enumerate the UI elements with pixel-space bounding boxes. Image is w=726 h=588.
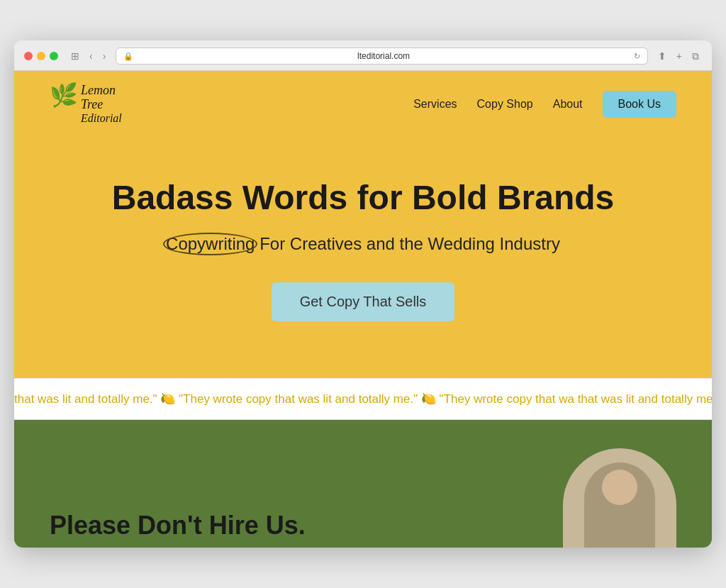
logo-leaf-icon: 🌿	[50, 84, 78, 106]
person-image	[563, 448, 676, 548]
traffic-lights	[24, 52, 58, 60]
browser-chrome: ⊞ ‹ › 🔒 ↻ ⬆ + ⧉	[14, 40, 712, 71]
cta-button[interactable]: Get Copy That Sells	[272, 282, 455, 321]
book-us-button[interactable]: Book Us	[603, 91, 676, 118]
sidebar-toggle-button[interactable]: ⊞	[68, 49, 82, 63]
hero-subtitle-rest: For Creatives and the Wedding Industry	[255, 234, 559, 253]
person-figure	[584, 462, 655, 548]
nav-services[interactable]: Services	[413, 98, 457, 111]
minimize-button[interactable]	[37, 52, 45, 60]
reload-icon[interactable]: ↻	[634, 52, 640, 61]
close-button[interactable]	[24, 52, 33, 60]
hero-section: Badass Words for Bold Brands Copywriting…	[14, 137, 712, 378]
website-content: 🌿 Lemon Tree Editorial Services Copy Sho…	[14, 71, 712, 548]
share-button[interactable]: ⬆	[655, 49, 669, 63]
person-placeholder	[563, 448, 676, 548]
person-head	[602, 470, 637, 505]
logo-line1: Lemon	[81, 84, 122, 98]
logo-line2: Tree	[81, 98, 122, 112]
browser-window: ⊞ ‹ › 🔒 ↻ ⬆ + ⧉ 🌿 Lemon Tree	[14, 40, 712, 548]
hero-subtitle-highlight: Copywriting	[166, 234, 255, 254]
logo: 🌿 Lemon Tree Editorial	[50, 84, 122, 124]
green-section: Please Don't Hire Us.	[14, 420, 712, 548]
address-bar-container[interactable]: 🔒 ↻	[116, 48, 647, 65]
logo-text: Lemon Tree Editorial	[81, 84, 122, 124]
green-content: Please Don't Hire Us.	[50, 448, 676, 548]
hero-subtitle: Copywriting For Creatives and the Weddin…	[71, 234, 655, 254]
site-header: 🌿 Lemon Tree Editorial Services Copy Sho…	[14, 71, 712, 137]
browser-actions: ⬆ + ⧉	[655, 49, 702, 64]
logo-line3: Editorial	[81, 112, 122, 125]
windows-button[interactable]: ⧉	[689, 49, 702, 64]
copywriting-text: Copywriting	[166, 234, 255, 253]
nav-copy-shop[interactable]: Copy Shop	[477, 98, 533, 111]
forward-button[interactable]: ›	[100, 49, 109, 63]
green-section-title: Please Don't Hire Us.	[50, 511, 306, 548]
fullscreen-button[interactable]	[50, 52, 58, 60]
ticker-text: that was lit and totally me." 🍋 "They wr…	[14, 392, 712, 406]
new-tab-button[interactable]: +	[674, 49, 685, 63]
back-button[interactable]: ‹	[86, 49, 96, 63]
hero-title: Badass Words for Bold Brands	[71, 179, 655, 217]
browser-toolbar: ⊞ ‹ › 🔒 ↻ ⬆ + ⧉	[24, 48, 702, 65]
nav-about[interactable]: About	[553, 98, 583, 111]
ticker-content: that was lit and totally me." 🍋 "They wr…	[14, 392, 712, 406]
address-bar-input[interactable]	[138, 51, 629, 61]
browser-controls: ⊞ ‹ ›	[68, 49, 108, 63]
site-nav: Services Copy Shop About Book Us	[413, 91, 676, 118]
lock-icon: 🔒	[123, 52, 133, 61]
ticker-section: that was lit and totally me." 🍋 "They wr…	[14, 378, 712, 420]
